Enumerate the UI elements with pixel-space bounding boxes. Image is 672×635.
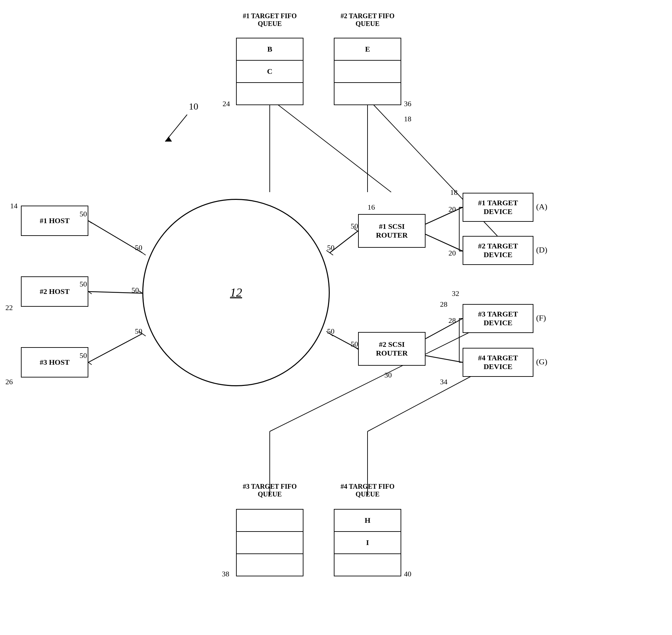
svg-line-5	[426, 207, 462, 224]
port50-router2-left: 50	[351, 340, 358, 349]
ref-32: 32	[452, 289, 459, 298]
ref-34: 34	[440, 377, 448, 386]
host3-box: #3 HOST	[21, 347, 88, 377]
fifo3-cell1	[237, 510, 303, 532]
diagram-ref-10: 10	[189, 101, 198, 112]
host2-ref: 22	[5, 303, 13, 312]
network-label: 12	[230, 285, 242, 300]
ref-18: 18	[450, 188, 458, 197]
svg-line-2	[88, 334, 142, 362]
fifo4-cell2: I	[334, 532, 400, 554]
svg-line-10	[270, 98, 391, 192]
host2-box: #2 HOST	[21, 277, 88, 307]
svg-line-8	[426, 356, 462, 362]
svg-line-7	[426, 319, 462, 339]
fifo3-cell3	[237, 554, 303, 576]
port50-circle-host2: 50	[131, 286, 139, 294]
ref-28: 28	[440, 300, 448, 309]
host2-label: #2 HOST	[40, 287, 70, 296]
svg-line-0	[88, 221, 142, 253]
router1-label: #1 SCSIROUTER	[376, 222, 408, 240]
port50-host2-right: 50	[80, 280, 87, 288]
target4-label: #4 TARGETDEVICE	[478, 354, 518, 371]
router2-label: #2 SCSIROUTER	[376, 340, 408, 358]
target3-box: #3 TARGETDEVICE	[462, 304, 534, 333]
fifo2-ref: 36	[404, 100, 411, 108]
ref-18b: 18	[404, 115, 411, 123]
fifo2-title: #2 TARGET FIFO QUEUE	[334, 12, 401, 28]
port50-circle-host1: 50	[135, 243, 142, 252]
target3-paren: (F)	[536, 313, 546, 323]
port50-circle-router1: 50	[327, 243, 334, 252]
svg-line-6	[426, 234, 462, 251]
fifo2-cell2	[334, 61, 400, 83]
fifo3-ref: 38	[222, 570, 229, 578]
fifo4-title: #4 TARGET FIFO QUEUE	[334, 483, 401, 498]
target2-paren: (D)	[536, 245, 547, 255]
target3-label: #3 TARGETDEVICE	[478, 310, 518, 328]
target4-box: #4 TARGETDEVICE	[462, 348, 534, 377]
router2-box: #2 SCSIROUTER	[358, 332, 426, 366]
host3-label: #3 HOST	[40, 358, 70, 367]
target4-paren: (G)	[536, 357, 547, 366]
target1-label: #1 TARGETDEVICE	[478, 198, 518, 216]
svg-line-33	[165, 115, 187, 141]
fifo1-cell1: B	[237, 39, 303, 61]
host1-box: #1 HOST	[21, 205, 88, 236]
fifo1-cell2: C	[237, 61, 303, 83]
router1-ref: 16	[368, 203, 375, 212]
fifo1-container: B C	[236, 38, 303, 105]
diagram: 10 12 #1 HOST 14 #2 HOST 22 #3 HOST 26 #…	[0, 0, 672, 635]
fifo3-container	[236, 509, 303, 576]
port50-circle-router2: 50	[327, 327, 334, 336]
target1-paren: (A)	[536, 202, 547, 211]
host1-label: #1 HOST	[40, 216, 70, 225]
fifo1-title: #1 TARGET FIFO QUEUE	[236, 12, 303, 28]
fifo2-cell1: E	[334, 39, 400, 61]
fifo4-cell1: H	[334, 510, 400, 532]
port50-circle-host3: 50	[135, 327, 142, 336]
network-circle: 12	[142, 199, 330, 386]
svg-marker-34	[165, 136, 172, 141]
fifo1-cell3	[237, 83, 303, 105]
target1-box: #1 TARGETDEVICE	[462, 193, 534, 222]
fifo4-ref: 40	[404, 570, 411, 578]
router2-ref: 30	[384, 371, 392, 379]
fifo4-container: H I	[334, 509, 401, 576]
host3-ref: 26	[5, 377, 13, 386]
fifo2-cell3	[334, 83, 400, 105]
fifo1-ref: 24	[222, 100, 230, 108]
port50-router1-left: 50	[351, 222, 358, 231]
port50-host3-right: 50	[80, 351, 87, 360]
fifo3-cell2	[237, 532, 303, 554]
ref-20-c: 28	[449, 316, 456, 325]
ref-20-a: 20	[449, 205, 456, 214]
target2-label: #2 TARGETDEVICE	[478, 242, 518, 260]
router1-box: #1 SCSIROUTER	[358, 214, 426, 248]
target2-box: #2 TARGETDEVICE	[462, 236, 534, 265]
fifo3-title: #3 TARGET FIFO QUEUE	[236, 483, 303, 498]
fifo4-cell3	[334, 554, 400, 576]
port50-host1-right: 50	[80, 210, 87, 218]
fifo2-container: E	[334, 38, 401, 105]
ref-20-b: 20	[449, 249, 456, 258]
host1-ref: 14	[10, 201, 18, 210]
